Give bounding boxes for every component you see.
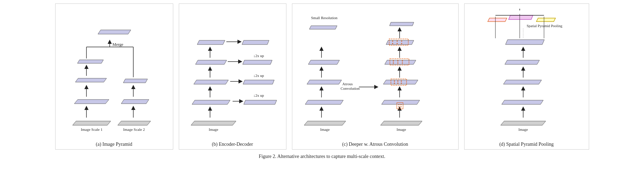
- svg-marker-46: [307, 80, 342, 84]
- svg-text:Merge: Merge: [112, 42, 123, 47]
- svg-point-67: [401, 83, 402, 84]
- caption-c: (c) Deeper w. Atrous Convolution: [342, 142, 408, 147]
- svg-marker-78: [386, 40, 414, 45]
- svg-marker-40: [242, 40, 269, 45]
- svg-marker-105: [536, 18, 555, 22]
- svg-marker-23: [192, 100, 230, 104]
- figures-row: Image Scale 1: [7, 3, 637, 150]
- figure-caption-main: Figure 2. Alternative architectures to c…: [259, 154, 385, 159]
- svg-marker-98: [503, 80, 542, 84]
- svg-marker-33: [195, 60, 227, 64]
- svg-marker-20: [191, 121, 236, 125]
- caption-d: (d) Spatial Pyramid Pooling: [499, 142, 554, 147]
- diagram-b: Image ↓2x up: [181, 7, 284, 140]
- svg-text:Image Scale 1: Image Scale 1: [81, 127, 102, 132]
- svg-marker-35: [243, 60, 272, 64]
- caption-b: (b) Encoder-Decoder: [212, 142, 253, 147]
- panel-a: Image Scale 1: [55, 3, 173, 150]
- svg-point-84: [396, 43, 398, 44]
- svg-text:Small Resolution: Small Resolution: [311, 16, 338, 20]
- svg-marker-69: [385, 60, 416, 64]
- svg-text:↓2x up: ↓2x up: [253, 93, 264, 97]
- svg-point-64: [401, 81, 402, 82]
- svg-point-74: [393, 63, 394, 64]
- svg-text:Image: Image: [518, 127, 528, 132]
- svg-marker-58: [382, 100, 420, 104]
- svg-marker-13: [123, 79, 148, 83]
- svg-marker-5: [75, 78, 107, 82]
- diagram-c: Image: [294, 7, 456, 140]
- svg-point-82: [401, 41, 402, 42]
- svg-point-73: [402, 61, 403, 62]
- svg-marker-41: [304, 121, 346, 125]
- svg-point-90: [400, 104, 401, 105]
- svg-marker-44: [305, 100, 343, 104]
- svg-point-75: [397, 63, 398, 64]
- bottom-captions: Figure 2. Alternative architectures to c…: [7, 151, 637, 159]
- svg-point-92: [400, 106, 401, 108]
- svg-point-72: [397, 61, 398, 62]
- svg-point-66: [397, 83, 398, 84]
- svg-point-85: [401, 43, 402, 44]
- svg-marker-55: [380, 121, 422, 125]
- svg-point-89: [398, 104, 399, 105]
- svg-point-71: [393, 61, 394, 62]
- svg-marker-87: [390, 22, 414, 26]
- svg-marker-19: [98, 30, 131, 34]
- svg-text:Spatial Pyramid Pooling: Spatial Pyramid Pooling: [527, 24, 562, 28]
- panel-d: Image: [464, 3, 589, 150]
- svg-marker-3: [74, 100, 109, 104]
- panel-b: Image ↓2x up: [179, 3, 286, 150]
- svg-marker-38: [197, 40, 225, 45]
- svg-marker-51: [309, 26, 337, 29]
- svg-marker-0: [73, 121, 111, 125]
- svg-text:Convolution: Convolution: [341, 86, 360, 90]
- svg-marker-102: [505, 40, 544, 45]
- svg-marker-60: [383, 80, 418, 84]
- svg-marker-30: [243, 80, 274, 84]
- diagram-d: Image: [467, 7, 587, 140]
- svg-marker-11: [121, 100, 149, 104]
- svg-text:↓2x up: ↓2x up: [253, 73, 264, 78]
- svg-marker-28: [194, 80, 228, 84]
- figure-description: Alternative architectures to capture mul…: [277, 154, 385, 159]
- panel-c: Image: [292, 3, 459, 150]
- svg-point-80: [392, 41, 393, 42]
- diagram-a: Image Scale 1: [58, 7, 171, 140]
- svg-marker-93: [501, 121, 546, 125]
- svg-marker-8: [118, 121, 151, 125]
- svg-marker-7: [77, 60, 103, 63]
- svg-point-81: [396, 41, 398, 42]
- svg-text:Image Scale 2: Image Scale 2: [123, 127, 144, 132]
- svg-marker-103: [488, 18, 507, 22]
- svg-marker-100: [505, 60, 540, 64]
- svg-point-65: [394, 83, 395, 84]
- figure-number: Figure 2.: [259, 154, 276, 159]
- svg-point-62: [394, 81, 395, 82]
- svg-text:↓2x up: ↓2x up: [253, 54, 264, 58]
- svg-text:Image: Image: [396, 127, 406, 132]
- svg-point-76: [402, 63, 403, 64]
- svg-marker-96: [502, 100, 543, 104]
- svg-text:Atrous: Atrous: [342, 82, 353, 86]
- svg-point-91: [398, 106, 399, 108]
- caption-a: (a) Image Pyramid: [96, 142, 132, 147]
- svg-marker-48: [308, 60, 340, 64]
- svg-text:Image: Image: [209, 127, 218, 132]
- svg-point-63: [397, 81, 398, 82]
- svg-marker-25: [244, 100, 277, 104]
- svg-text:Image: Image: [320, 127, 330, 132]
- svg-point-83: [392, 43, 393, 44]
- svg-marker-104: [509, 15, 533, 19]
